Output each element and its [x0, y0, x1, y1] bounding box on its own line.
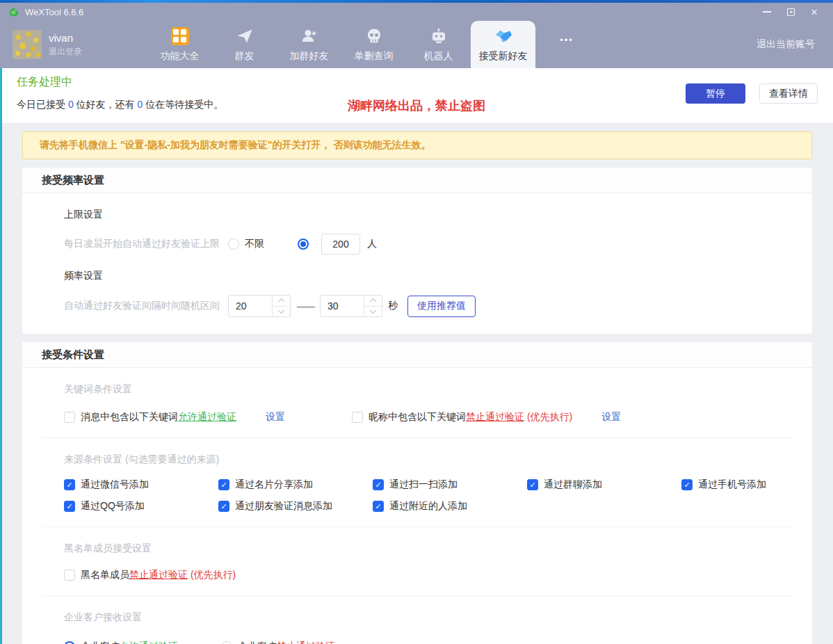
unlimited-label: 不限	[245, 238, 264, 250]
checkbox-checked-icon[interactable]: ✓	[64, 479, 75, 490]
warning-banner: 请先将手机微信上 "设置-隐私-加我为朋友时需要验证"的开关打开， 否则该功能无…	[22, 131, 812, 159]
more-icon[interactable]: •••	[535, 21, 598, 68]
unlimited-radio[interactable]	[228, 239, 239, 250]
interval-min-input[interactable]	[229, 296, 272, 316]
spin-up-icon[interactable]	[364, 296, 382, 306]
maximize-icon[interactable]	[779, 3, 802, 20]
source-checkbox-item[interactable]: ✓ 通过名片分享添加	[218, 478, 373, 491]
limit-label: 每日凌晨开始自动通过好友验证上限	[64, 238, 220, 250]
nickname-keyword-setting-link[interactable]: 设置	[601, 411, 621, 424]
nav-item-robot[interactable]: 机器人	[406, 21, 471, 68]
background-window-left-edge	[0, 68, 2, 644]
frequency-subtitle: 频率设置	[64, 270, 812, 282]
enterprise-allow-radio[interactable]	[64, 641, 75, 644]
nickname-keyword-group: 昵称中包含以下关键词禁止通过验证 (优先执行) 设置	[352, 411, 621, 424]
task-status-title: 任务处理中	[17, 75, 72, 90]
source-subtitle: 来源条件设置 (勾选需要通过的来源)	[64, 453, 812, 466]
source-checkbox-item[interactable]: ✓ 通过QQ号添加	[64, 500, 218, 513]
blacklist-row: 黑名单成员禁止通过验证 (优先执行)	[64, 569, 812, 581]
range-dash: ——	[297, 300, 314, 312]
robot-icon	[430, 27, 448, 45]
message-keyword-checkbox[interactable]	[64, 412, 75, 423]
interval-min-spinner	[228, 295, 291, 317]
frequency-card-title: 接受频率设置	[22, 168, 812, 193]
checkbox-checked-icon[interactable]: ✓	[218, 479, 229, 490]
source-checkbox-grid: ✓ 通过微信号添加 ✓ 通过名片分享添加 ✓ 通过扫一扫添加 ✓ 通过群聊添加	[64, 478, 812, 513]
window-title: WeXTool 6.6.6	[25, 7, 83, 17]
task-status-section: 任务处理中 今日已接受 0 位好友，还有 0 位在等待接受中。 湖畔网络出品，禁…	[0, 68, 833, 124]
source-checkbox-item[interactable]: ✓ 通过附近的人添加	[373, 500, 527, 513]
app-logo-icon	[8, 6, 19, 17]
limit-radio[interactable]	[298, 239, 309, 250]
allow-text: 允许通过验证	[178, 411, 236, 422]
interval-max-input[interactable]	[321, 296, 364, 316]
app-header: WeXTool 6.6.6 × vivan 退出登录 功能大全	[0, 3, 833, 68]
send-icon	[236, 27, 254, 45]
spin-up-icon[interactable]	[273, 296, 290, 306]
limit-count-input[interactable]	[321, 234, 360, 255]
spin-down-icon[interactable]	[364, 306, 382, 317]
main-navbar: vivan 退出登录 功能大全 群发	[0, 21, 833, 68]
nickname-keyword-checkbox[interactable]	[352, 412, 363, 423]
keyword-row: 消息中包含以下关键词允许通过验证 设置 昵称中包含以下关键词禁止通过验证 (优先…	[64, 411, 812, 424]
user-block: vivan 退出登录	[0, 21, 147, 68]
avatar	[13, 30, 42, 59]
blacklist-subtitle: 黑名单成员接受设置	[64, 542, 812, 555]
pause-button[interactable]: 暂停	[686, 83, 745, 104]
checkbox-checked-icon[interactable]: ✓	[64, 501, 75, 512]
minimize-icon[interactable]	[755, 3, 779, 20]
titlebar: WeXTool 6.6.6 ×	[0, 3, 833, 21]
use-recommended-button[interactable]: 使用推荐值	[407, 296, 476, 317]
source-checkbox-item[interactable]: ✓ 通过扫一扫添加	[373, 478, 527, 491]
task-buttons: 暂停 查看详情	[686, 83, 818, 104]
user-name: vivan	[49, 32, 82, 44]
source-checkbox-item[interactable]: ✓ 通过朋友验证消息添加	[218, 500, 373, 513]
checkbox-checked-icon[interactable]: ✓	[373, 501, 384, 512]
user-meta: vivan 退出登录	[49, 32, 82, 58]
blacklist-checkbox[interactable]	[64, 570, 75, 581]
nav-item-add-group-friends[interactable]: 加群好友	[277, 21, 341, 68]
enterprise-allow-option[interactable]: 企业客户允许通过验证	[64, 641, 178, 644]
enterprise-row: 企业客户允许通过验证 企业客户禁止通过验证	[64, 641, 812, 644]
nav-item-features[interactable]: 功能大全	[147, 21, 212, 68]
message-keyword-setting-link[interactable]: 设置	[266, 411, 285, 424]
limit-subtitle: 上限设置	[64, 209, 812, 221]
divider	[42, 437, 793, 438]
checkbox-checked-icon[interactable]: ✓	[373, 479, 384, 490]
interval-max-spinner	[320, 295, 382, 317]
enterprise-subtitle: 企业客户接收设置	[64, 611, 812, 624]
spin-down-icon[interactable]	[273, 306, 290, 317]
limit-unit: 人	[367, 238, 377, 250]
checkbox-checked-icon[interactable]: ✓	[218, 501, 229, 512]
source-checkbox-item[interactable]: ✓ 通过手机号添加	[681, 478, 833, 491]
source-checkbox-item[interactable]: ✓ 通过微信号添加	[64, 478, 218, 491]
logout-login-link[interactable]: 退出登录	[49, 46, 82, 58]
condition-settings-card: 接受条件设置 关键词条件设置 消息中包含以下关键词允许通过验证 设置 昵称中包含…	[22, 342, 812, 644]
nav-item-bulk-send[interactable]: 群发	[212, 21, 277, 68]
keyword-subtitle: 关键词条件设置	[64, 383, 812, 396]
grid-icon	[171, 27, 189, 45]
handshake-icon	[494, 27, 513, 45]
frequency-setting-row: 自动通过好友验证间隔时间随机区间 —— 秒	[64, 295, 812, 317]
frequency-settings-card: 接受频率设置 上限设置 每日凌晨开始自动通过好友验证上限 不限 人 频率设置 自…	[22, 168, 812, 334]
nav-items: 功能大全 群发 加群好友	[147, 21, 598, 68]
checkbox-checked-icon[interactable]: ✓	[681, 479, 693, 490]
enterprise-deny-radio[interactable]	[221, 641, 232, 644]
source-checkbox-item[interactable]: ✓ 通过群聊添加	[527, 478, 681, 491]
enterprise-deny-option[interactable]: 企业客户禁止通过验证	[221, 641, 335, 644]
priority-text: (优先执行)	[524, 411, 572, 422]
view-details-button[interactable]: 查看详情	[759, 83, 818, 104]
nav-item-accept-new-friends[interactable]: 接受新好友	[471, 21, 535, 68]
logout-account-button[interactable]: 退出当前账号	[757, 21, 833, 68]
divider	[42, 595, 793, 596]
frequency-label: 自动通过好友验证间隔时间随机区间	[64, 300, 220, 312]
close-icon[interactable]: ×	[802, 3, 826, 20]
checkbox-checked-icon[interactable]: ✓	[527, 479, 538, 490]
interval-unit: 秒	[388, 300, 398, 312]
limit-setting-row: 每日凌晨开始自动通过好友验证上限 不限 人	[64, 234, 812, 255]
message-keyword-group: 消息中包含以下关键词允许通过验证 设置	[64, 411, 285, 424]
nav-item-delete-check[interactable]: 单删查询	[341, 21, 406, 68]
skull-icon	[365, 27, 383, 45]
page-content: 任务处理中 今日已接受 0 位好友，还有 0 位在等待接受中。 湖畔网络出品，禁…	[0, 68, 833, 644]
condition-card-title: 接受条件设置	[22, 342, 812, 368]
